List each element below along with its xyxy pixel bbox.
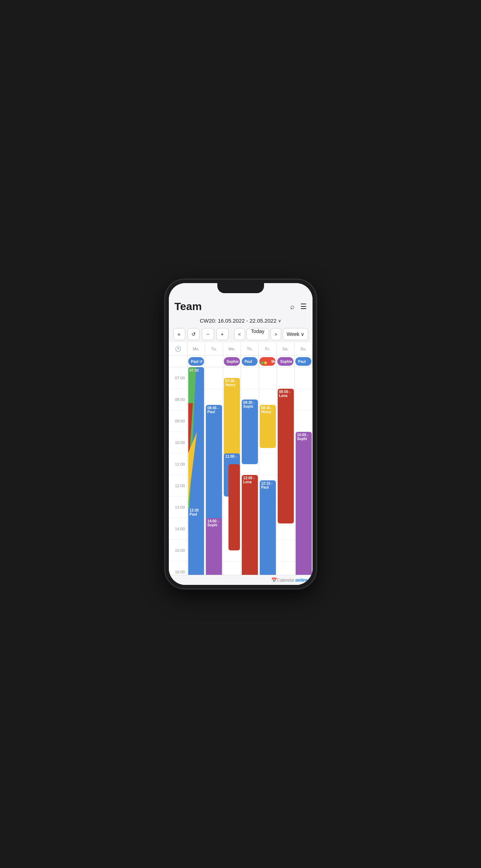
calendar-content: 🕐 Mo, Tu, We, Th, Fr, Sa, Su, Paul ↺ — [169, 342, 313, 585]
time-13: 13:00 — [169, 497, 187, 518]
day-header-su: Su, — [295, 342, 313, 355]
time-08: 08:00 — [169, 389, 187, 410]
allday-col-we: Sophie — [223, 356, 241, 367]
time-11: 11:00 — [169, 453, 187, 475]
refresh-button[interactable]: ↺ — [188, 328, 200, 340]
allday-event-sa-sophie[interactable]: Sophie — [277, 357, 293, 366]
allday-event-th-paul[interactable]: Paul — [242, 357, 258, 366]
allday-time-col — [169, 356, 188, 367]
date-range-bar[interactable]: CW20: 16.05.2022 - 22.05.2022 ∨ — [169, 315, 313, 326]
allday-col-fr: Meetin — [259, 356, 277, 367]
nav-group: < Today > Week ∨ — [234, 328, 308, 340]
time-14: 14:00 — [169, 518, 187, 540]
time-grid: 07:00 08:00 09:00 10:00 11:00 12:00 13:0… — [169, 367, 313, 575]
allday-row: Paul ↺ Sophie Paul — [169, 356, 313, 367]
col-su[interactable]: 10:00 - Sophi — [295, 367, 313, 575]
phone-wrapper: Team ⌕ ☰ CW20: 16.05.2022 - 22.05.2022 ∨… — [165, 280, 316, 588]
allday-col-mo: Paul ↺ — [188, 356, 205, 367]
day-header-mo: Mo, — [188, 342, 205, 355]
time-col-header: 🕐 — [169, 342, 188, 355]
event-sa-lena[interactable]: 08:00 - Lena — [278, 389, 294, 523]
day-header-sa: Sa, — [277, 342, 295, 355]
day-headers: 🕐 Mo, Tu, We, Th, Fr, Sa, Su, — [169, 342, 313, 356]
logo-text: Calendar. — [277, 578, 295, 583]
header-icons: ⌕ ☰ — [290, 302, 307, 311]
time-labels: 07:00 08:00 09:00 10:00 11:00 12:00 13:0… — [169, 367, 188, 575]
week-label: Week — [287, 331, 300, 337]
time-12: 12:00 — [169, 475, 187, 497]
search-icon[interactable]: ⌕ — [290, 303, 295, 311]
allday-event-su-paul[interactable]: Paul — [295, 357, 311, 366]
event-tu-sophie[interactable]: 14:00 - Sophi — [206, 518, 222, 575]
week-chevron: ∨ — [301, 331, 304, 337]
allday-event-mo-paul[interactable]: Paul ↺ — [188, 357, 204, 366]
notch — [217, 283, 264, 293]
time-10: 10:00 — [169, 432, 187, 453]
event-we-henry[interactable]: 07:30 - Henry — [224, 378, 240, 464]
prev-button[interactable]: < — [234, 328, 245, 340]
event-tu-paul[interactable]: 08:45 - Paul — [206, 405, 222, 534]
col-tu[interactable]: 08:45 - Paul 14:00 - Sophi — [205, 367, 223, 575]
zoom-out-button[interactable]: − — [202, 328, 214, 340]
today-button[interactable]: Today — [246, 328, 269, 340]
week-view-button[interactable]: Week ∨ — [283, 328, 308, 340]
day-columns: 07:00 13:30 Paul — [188, 367, 313, 575]
allday-col-su: Paul — [295, 356, 313, 367]
col-we[interactable]: 07:30 - Henry 11:00 - — [223, 367, 241, 575]
time-07: 07:00 — [169, 367, 187, 389]
logo-bar: 📅 Calendar. online — [169, 575, 313, 585]
phone-frame: Team ⌕ ☰ CW20: 16.05.2022 - 22.05.2022 ∨… — [165, 280, 316, 588]
col-mo[interactable]: 07:00 13:30 Paul — [188, 367, 205, 575]
controls-bar: « ↺ − + < Today > Week ∨ — [169, 326, 313, 342]
back-back-button[interactable]: « — [173, 328, 185, 340]
day-header-fr: Fr, — [259, 342, 277, 355]
logo-colored: online — [295, 578, 308, 583]
clock-icon: 🕐 — [175, 346, 181, 352]
col-th[interactable]: 08:30 - Sophi 12:00 - Lena — [241, 367, 259, 575]
time-09: 09:00 — [169, 410, 187, 432]
day-header-th: Th, — [241, 342, 259, 355]
phone-screen: Team ⌕ ☰ CW20: 16.05.2022 - 22.05.2022 ∨… — [169, 283, 313, 585]
app-header: Team ⌕ ☰ — [169, 299, 313, 315]
next-button[interactable]: > — [270, 328, 281, 340]
date-range-chevron: ∨ — [278, 318, 281, 323]
event-we-red[interactable] — [228, 464, 240, 550]
col-sa[interactable]: 08:00 - Lena — [277, 367, 295, 575]
allday-col-th: Paul — [241, 356, 259, 367]
event-mo-paul-1330[interactable]: 13:30 Paul — [188, 507, 204, 575]
allday-col-tu — [205, 356, 223, 367]
time-16: 16:00 — [169, 561, 187, 575]
allday-col-sa: Sophie — [277, 356, 295, 367]
time-15: 15:00 — [169, 540, 187, 561]
event-fr-paul[interactable]: 12:15 - Paul — [260, 480, 276, 575]
allday-event-we-sophie[interactable]: Sophie — [224, 357, 240, 366]
menu-icon[interactable]: ☰ — [300, 302, 307, 311]
day-header-tu: Tu, — [205, 342, 223, 355]
date-range-text: CW20: 16.05.2022 - 22.05.2022 — [200, 318, 277, 324]
event-th-sophie[interactable]: 08:30 - Sophi — [242, 400, 258, 464]
allday-event-fr-meeting[interactable]: Meetin — [259, 357, 276, 366]
day-header-we: We, — [223, 342, 241, 355]
app-title: Team — [175, 300, 202, 313]
event-su-sophie[interactable]: 10:00 - Sophi — [296, 432, 312, 575]
col-fr[interactable]: 08:45 - Henry 12:15 - Paul — [259, 367, 277, 575]
calendar-icon: 📅 — [271, 577, 277, 583]
scroll-area[interactable]: 07:00 08:00 09:00 10:00 11:00 12:00 13:0… — [169, 367, 313, 575]
zoom-in-button[interactable]: + — [216, 328, 228, 340]
event-fr-henry[interactable]: 08:45 - Henry — [260, 405, 276, 448]
event-th-lena[interactable]: 12:00 - Lena — [242, 475, 258, 575]
